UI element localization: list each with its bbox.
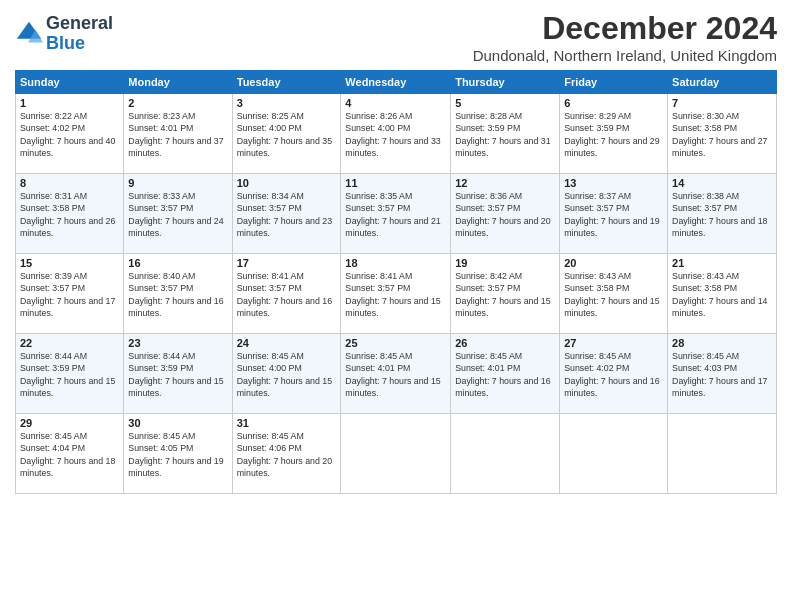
day-number: 9 [128, 177, 227, 189]
day-info: Sunrise: 8:45 AMSunset: 4:02 PMDaylight:… [564, 350, 663, 399]
day-info: Sunrise: 8:45 AMSunset: 4:06 PMDaylight:… [237, 430, 337, 479]
logo: General Blue [15, 14, 113, 54]
calendar-cell [451, 414, 560, 494]
day-info: Sunrise: 8:45 AMSunset: 4:03 PMDaylight:… [672, 350, 772, 399]
day-number: 21 [672, 257, 772, 269]
day-number: 11 [345, 177, 446, 189]
weekday-header-tuesday: Tuesday [232, 71, 341, 94]
main-title: December 2024 [473, 10, 777, 47]
day-number: 5 [455, 97, 555, 109]
calendar-cell: 3Sunrise: 8:25 AMSunset: 4:00 PMDaylight… [232, 94, 341, 174]
day-number: 17 [237, 257, 337, 269]
calendar-week-4: 22Sunrise: 8:44 AMSunset: 3:59 PMDayligh… [16, 334, 777, 414]
calendar-cell: 15Sunrise: 8:39 AMSunset: 3:57 PMDayligh… [16, 254, 124, 334]
day-info: Sunrise: 8:39 AMSunset: 3:57 PMDaylight:… [20, 270, 119, 319]
day-info: Sunrise: 8:45 AMSunset: 4:05 PMDaylight:… [128, 430, 227, 479]
calendar-week-1: 1Sunrise: 8:22 AMSunset: 4:02 PMDaylight… [16, 94, 777, 174]
calendar-week-5: 29Sunrise: 8:45 AMSunset: 4:04 PMDayligh… [16, 414, 777, 494]
calendar-cell: 24Sunrise: 8:45 AMSunset: 4:00 PMDayligh… [232, 334, 341, 414]
calendar-cell: 26Sunrise: 8:45 AMSunset: 4:01 PMDayligh… [451, 334, 560, 414]
day-info: Sunrise: 8:45 AMSunset: 4:01 PMDaylight:… [455, 350, 555, 399]
day-info: Sunrise: 8:25 AMSunset: 4:00 PMDaylight:… [237, 110, 337, 159]
day-info: Sunrise: 8:35 AMSunset: 3:57 PMDaylight:… [345, 190, 446, 239]
day-number: 2 [128, 97, 227, 109]
day-number: 29 [20, 417, 119, 429]
calendar-cell: 1Sunrise: 8:22 AMSunset: 4:02 PMDaylight… [16, 94, 124, 174]
weekday-header-row: SundayMondayTuesdayWednesdayThursdayFrid… [16, 71, 777, 94]
title-block: December 2024 Dundonald, Northern Irelan… [473, 10, 777, 64]
day-number: 19 [455, 257, 555, 269]
day-info: Sunrise: 8:38 AMSunset: 3:57 PMDaylight:… [672, 190, 772, 239]
calendar-cell: 17Sunrise: 8:41 AMSunset: 3:57 PMDayligh… [232, 254, 341, 334]
calendar-cell: 8Sunrise: 8:31 AMSunset: 3:58 PMDaylight… [16, 174, 124, 254]
day-info: Sunrise: 8:30 AMSunset: 3:58 PMDaylight:… [672, 110, 772, 159]
day-number: 1 [20, 97, 119, 109]
calendar-cell [560, 414, 668, 494]
calendar-cell: 27Sunrise: 8:45 AMSunset: 4:02 PMDayligh… [560, 334, 668, 414]
weekday-header-sunday: Sunday [16, 71, 124, 94]
calendar-cell: 31Sunrise: 8:45 AMSunset: 4:06 PMDayligh… [232, 414, 341, 494]
calendar-cell: 18Sunrise: 8:41 AMSunset: 3:57 PMDayligh… [341, 254, 451, 334]
day-number: 30 [128, 417, 227, 429]
calendar-week-2: 8Sunrise: 8:31 AMSunset: 3:58 PMDaylight… [16, 174, 777, 254]
page: General Blue December 2024 Dundonald, No… [0, 0, 792, 612]
day-info: Sunrise: 8:28 AMSunset: 3:59 PMDaylight:… [455, 110, 555, 159]
weekday-header-thursday: Thursday [451, 71, 560, 94]
calendar-table: SundayMondayTuesdayWednesdayThursdayFrid… [15, 70, 777, 494]
day-number: 12 [455, 177, 555, 189]
day-info: Sunrise: 8:45 AMSunset: 4:04 PMDaylight:… [20, 430, 119, 479]
day-number: 13 [564, 177, 663, 189]
calendar-cell: 20Sunrise: 8:43 AMSunset: 3:58 PMDayligh… [560, 254, 668, 334]
calendar-cell: 16Sunrise: 8:40 AMSunset: 3:57 PMDayligh… [124, 254, 232, 334]
day-number: 25 [345, 337, 446, 349]
day-number: 31 [237, 417, 337, 429]
day-number: 10 [237, 177, 337, 189]
calendar-cell: 11Sunrise: 8:35 AMSunset: 3:57 PMDayligh… [341, 174, 451, 254]
weekday-header-friday: Friday [560, 71, 668, 94]
calendar-cell: 25Sunrise: 8:45 AMSunset: 4:01 PMDayligh… [341, 334, 451, 414]
day-number: 24 [237, 337, 337, 349]
day-info: Sunrise: 8:33 AMSunset: 3:57 PMDaylight:… [128, 190, 227, 239]
day-number: 26 [455, 337, 555, 349]
day-number: 6 [564, 97, 663, 109]
calendar-cell [341, 414, 451, 494]
calendar-cell: 5Sunrise: 8:28 AMSunset: 3:59 PMDaylight… [451, 94, 560, 174]
day-info: Sunrise: 8:36 AMSunset: 3:57 PMDaylight:… [455, 190, 555, 239]
day-info: Sunrise: 8:22 AMSunset: 4:02 PMDaylight:… [20, 110, 119, 159]
calendar-cell: 30Sunrise: 8:45 AMSunset: 4:05 PMDayligh… [124, 414, 232, 494]
day-info: Sunrise: 8:43 AMSunset: 3:58 PMDaylight:… [672, 270, 772, 319]
calendar-cell: 7Sunrise: 8:30 AMSunset: 3:58 PMDaylight… [668, 94, 777, 174]
calendar-cell: 12Sunrise: 8:36 AMSunset: 3:57 PMDayligh… [451, 174, 560, 254]
calendar-cell: 21Sunrise: 8:43 AMSunset: 3:58 PMDayligh… [668, 254, 777, 334]
day-number: 28 [672, 337, 772, 349]
calendar-cell: 10Sunrise: 8:34 AMSunset: 3:57 PMDayligh… [232, 174, 341, 254]
day-info: Sunrise: 8:45 AMSunset: 4:00 PMDaylight:… [237, 350, 337, 399]
calendar-cell: 6Sunrise: 8:29 AMSunset: 3:59 PMDaylight… [560, 94, 668, 174]
calendar-cell: 14Sunrise: 8:38 AMSunset: 3:57 PMDayligh… [668, 174, 777, 254]
day-info: Sunrise: 8:34 AMSunset: 3:57 PMDaylight:… [237, 190, 337, 239]
day-info: Sunrise: 8:42 AMSunset: 3:57 PMDaylight:… [455, 270, 555, 319]
day-number: 16 [128, 257, 227, 269]
calendar-cell: 9Sunrise: 8:33 AMSunset: 3:57 PMDaylight… [124, 174, 232, 254]
day-number: 22 [20, 337, 119, 349]
day-number: 14 [672, 177, 772, 189]
subtitle: Dundonald, Northern Ireland, United King… [473, 47, 777, 64]
day-info: Sunrise: 8:31 AMSunset: 3:58 PMDaylight:… [20, 190, 119, 239]
weekday-header-saturday: Saturday [668, 71, 777, 94]
calendar-cell: 19Sunrise: 8:42 AMSunset: 3:57 PMDayligh… [451, 254, 560, 334]
calendar-cell: 28Sunrise: 8:45 AMSunset: 4:03 PMDayligh… [668, 334, 777, 414]
calendar-cell: 22Sunrise: 8:44 AMSunset: 3:59 PMDayligh… [16, 334, 124, 414]
day-info: Sunrise: 8:41 AMSunset: 3:57 PMDaylight:… [237, 270, 337, 319]
day-number: 18 [345, 257, 446, 269]
day-number: 20 [564, 257, 663, 269]
header: General Blue December 2024 Dundonald, No… [15, 10, 777, 64]
calendar-cell: 13Sunrise: 8:37 AMSunset: 3:57 PMDayligh… [560, 174, 668, 254]
day-info: Sunrise: 8:23 AMSunset: 4:01 PMDaylight:… [128, 110, 227, 159]
calendar-cell: 4Sunrise: 8:26 AMSunset: 4:00 PMDaylight… [341, 94, 451, 174]
calendar-week-3: 15Sunrise: 8:39 AMSunset: 3:57 PMDayligh… [16, 254, 777, 334]
logo-blue: Blue [46, 33, 85, 53]
day-info: Sunrise: 8:40 AMSunset: 3:57 PMDaylight:… [128, 270, 227, 319]
weekday-header-monday: Monday [124, 71, 232, 94]
day-number: 7 [672, 97, 772, 109]
day-info: Sunrise: 8:37 AMSunset: 3:57 PMDaylight:… [564, 190, 663, 239]
